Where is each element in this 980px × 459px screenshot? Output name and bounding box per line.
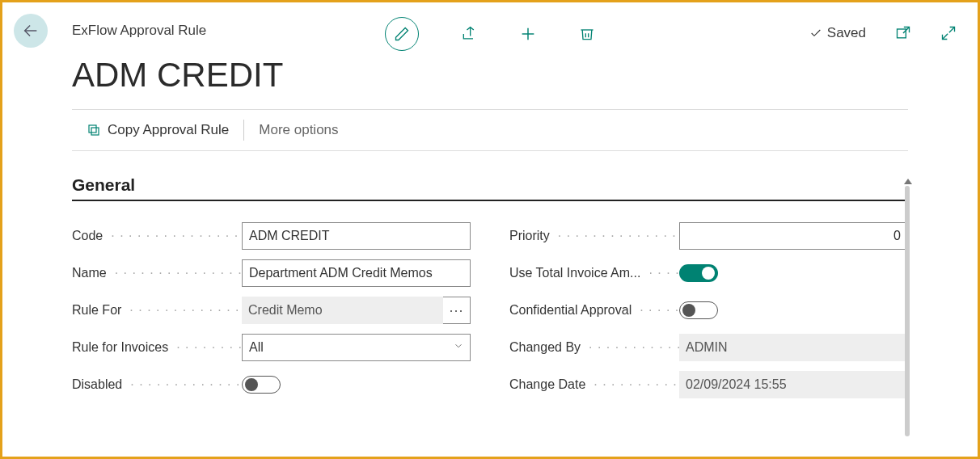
copy-approval-rule-label: Copy Approval Rule	[108, 122, 229, 138]
scroll-up-icon	[904, 179, 912, 184]
page-type-label: ExFlow Approval Rule	[72, 23, 206, 39]
priority-input[interactable]	[679, 222, 908, 250]
popout-icon	[895, 25, 911, 41]
field-changed-by: Changed By ADMIN	[509, 329, 908, 366]
field-rule-for: Rule For Credit Memo ···	[72, 292, 471, 329]
disabled-label: Disabled	[72, 377, 242, 392]
checkmark-icon	[809, 27, 822, 40]
card-page: ExFlow Approval Rule Saved ADM CREDIT	[2, 2, 978, 457]
pencil-icon	[394, 26, 410, 42]
name-input[interactable]	[242, 259, 471, 287]
share-icon	[461, 26, 477, 42]
change-date-label: Change Date	[509, 377, 679, 392]
svg-rect-7	[91, 128, 99, 135]
changed-by-label: Changed By	[509, 340, 679, 355]
name-label: Name	[72, 266, 242, 280]
ellipsis-icon: ···	[449, 302, 463, 319]
more-options-action[interactable]: More options	[244, 122, 353, 138]
section-general-title[interactable]: General	[72, 175, 908, 201]
confidential-approval-toggle[interactable]	[679, 301, 718, 319]
scroll-thumb[interactable]	[905, 186, 910, 436]
delete-button[interactable]	[579, 26, 595, 42]
form-column-right: Priority Use Total Invoice Am... Confide…	[509, 217, 908, 403]
expand-button[interactable]	[940, 25, 957, 41]
use-total-invoice-amount-toggle[interactable]	[679, 264, 718, 282]
plus-icon	[519, 25, 537, 43]
svg-line-5	[949, 27, 955, 33]
field-use-total-invoice-amount: Use Total Invoice Am...	[509, 255, 908, 292]
action-bar: Copy Approval Rule More options	[72, 109, 908, 151]
changed-by-value: ADMIN	[679, 334, 908, 361]
status-area: Saved	[809, 25, 957, 41]
copy-icon	[87, 123, 101, 137]
svg-line-6	[943, 34, 948, 40]
field-disabled: Disabled	[72, 366, 471, 403]
svg-rect-3	[898, 29, 906, 38]
more-options-label: More options	[259, 122, 338, 138]
toolbar	[385, 17, 595, 51]
copy-approval-rule-action[interactable]: Copy Approval Rule	[72, 122, 243, 138]
disabled-toggle[interactable]	[242, 376, 281, 394]
arrow-left-icon	[22, 22, 40, 40]
rule-for-lookup-button[interactable]: ···	[443, 297, 471, 324]
field-name: Name	[72, 255, 471, 292]
field-confidential-approval: Confidential Approval	[509, 292, 908, 329]
code-input[interactable]	[242, 222, 471, 250]
edit-button[interactable]	[385, 17, 419, 51]
change-date-value: 02/09/2024 15:55	[679, 371, 908, 398]
content-area: Copy Approval Rule More options General …	[72, 109, 908, 403]
field-code: Code	[72, 217, 471, 255]
form-general: Code Name Rule For Credit Memo	[72, 217, 908, 403]
rule-for-invoices-label: Rule for Invoices	[72, 340, 242, 355]
priority-label: Priority	[509, 229, 679, 243]
share-button[interactable]	[461, 26, 477, 42]
new-button[interactable]	[519, 25, 537, 43]
rule-for-invoices-select[interactable]	[242, 334, 471, 361]
page-title: ADM CREDIT	[72, 56, 978, 95]
field-rule-for-invoices: Rule for Invoices	[72, 329, 471, 366]
code-label: Code	[72, 229, 242, 243]
saved-indicator: Saved	[809, 25, 866, 41]
rule-for-value[interactable]: Credit Memo	[242, 297, 443, 324]
back-button[interactable]	[14, 14, 48, 48]
field-change-date: Change Date 02/09/2024 15:55	[509, 366, 908, 403]
vertical-scrollbar[interactable]	[905, 179, 911, 445]
confidential-approval-label: Confidential Approval	[509, 303, 679, 318]
svg-rect-8	[89, 125, 96, 133]
popout-button[interactable]	[895, 25, 911, 41]
expand-icon	[940, 25, 957, 41]
trash-icon	[579, 26, 595, 42]
use-total-invoice-amount-label: Use Total Invoice Am...	[509, 266, 679, 280]
field-priority: Priority	[509, 217, 908, 255]
saved-label: Saved	[827, 25, 866, 41]
form-column-left: Code Name Rule For Credit Memo	[72, 217, 471, 403]
rule-for-label: Rule For	[72, 303, 242, 318]
